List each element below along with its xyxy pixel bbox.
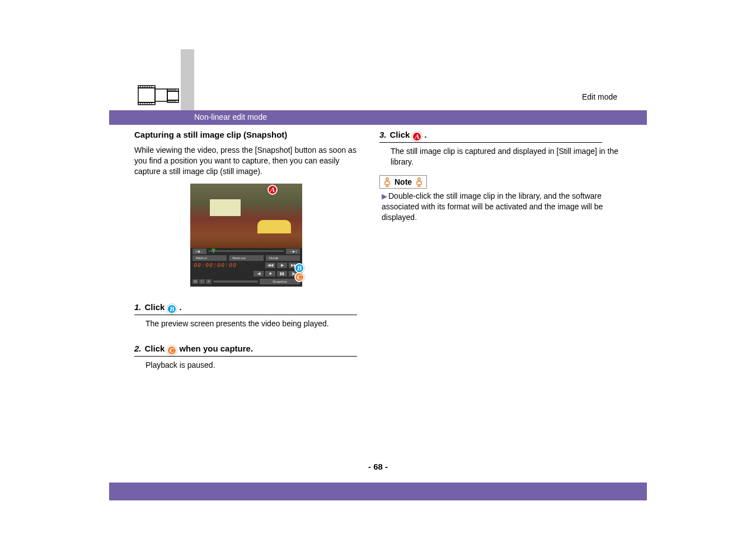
svg-rect-30 xyxy=(385,181,389,185)
play-button: ▶ xyxy=(277,263,287,268)
svg-rect-34 xyxy=(417,181,421,185)
marker-a-inline-icon: A xyxy=(412,132,422,142)
step-1-label-pre: Click xyxy=(145,302,165,312)
intro-text: While viewing the video, press the [Snap… xyxy=(134,145,358,177)
snapshot-button: Snapshot xyxy=(260,279,300,284)
mode-label: Edit mode xyxy=(582,92,617,101)
step-3-number: 3. xyxy=(379,130,387,139)
header-band: Non-linear edit mode xyxy=(109,110,647,125)
mark-in-button: Mark-in xyxy=(192,255,227,261)
right-column: 3. Click A . The still image clip is cap… xyxy=(379,130,621,222)
camera-right-icon xyxy=(415,177,423,187)
step-2: 2. Click C when you capture. Playback is… xyxy=(134,344,358,371)
page-number: - 68 - xyxy=(0,462,756,471)
seek-start-button: |◀— xyxy=(192,249,206,254)
step-1-number: 1. xyxy=(134,302,142,312)
svg-rect-15 xyxy=(155,89,167,101)
marker-b-inline-icon: B xyxy=(167,304,177,314)
zoom-reset-button: ⟳ xyxy=(192,279,198,284)
svg-point-29 xyxy=(386,178,388,180)
preview-image xyxy=(190,184,302,248)
step-2-desc: Playback is paused. xyxy=(134,360,358,371)
svg-point-33 xyxy=(418,178,420,180)
stop-button: ■ xyxy=(265,271,275,277)
pause-button: ▮▮ xyxy=(277,271,287,277)
step-2-number: 2. xyxy=(134,344,142,353)
note-text-content: Double-click the still image clip in the… xyxy=(382,191,603,222)
section-title: Capturing a still image clip (Snapshot) xyxy=(134,130,358,139)
step-3: 3. Click A . The still image clip is cap… xyxy=(379,130,621,167)
seek-slider xyxy=(209,250,284,252)
step-3-label-post: . xyxy=(424,130,426,139)
marker-c-inline-icon: C xyxy=(167,345,177,355)
step-3-desc: The still image clip is captured and dis… xyxy=(379,146,621,167)
mark-out-button: Mark-out xyxy=(229,255,263,261)
preview-panel: |◀— —▶| Mark-in Mark-out Divide 00:00:00… xyxy=(190,184,302,287)
svg-rect-0 xyxy=(138,88,155,102)
slider-thumb xyxy=(212,249,215,254)
divide-button: Divide xyxy=(266,255,300,261)
note-arrow-icon: ▶ xyxy=(382,192,387,200)
footer-band xyxy=(109,483,647,500)
top-accent-block xyxy=(181,49,194,110)
back-button: ◀ xyxy=(253,271,264,277)
header-band-label: Non-linear edit mode xyxy=(194,113,267,121)
step-2-label-post: when you capture. xyxy=(179,344,253,353)
marker-c-icon: C xyxy=(294,272,304,282)
seek-end-button: —▶| xyxy=(286,249,300,254)
step-1: 1. Click B . The preview screen presents… xyxy=(134,302,358,329)
filmstrip-icon xyxy=(138,78,179,111)
left-column: Capturing a still image clip (Snapshot) … xyxy=(134,130,358,370)
step-3-label-pre: Click xyxy=(390,130,410,139)
camera-left-icon xyxy=(383,177,391,187)
zoom-out-button: − xyxy=(199,279,205,284)
step-1-desc: The preview screen presents the video be… xyxy=(134,318,358,329)
note-label: Note xyxy=(395,177,412,186)
note-text: ▶Double-click the still image clip in th… xyxy=(379,191,621,223)
step-2-label-pre: Click xyxy=(145,344,165,353)
step-1-label-post: . xyxy=(179,302,181,312)
rewind-button: ◀◀ xyxy=(265,263,275,268)
preview-controls: |◀— —▶| Mark-in Mark-out Divide 00:00:00… xyxy=(190,248,302,287)
zoom-in-button: + xyxy=(206,279,212,284)
timecode-display: 00:00:00:00 xyxy=(190,261,240,270)
zoom-bar xyxy=(213,280,258,283)
marker-a-icon: A xyxy=(267,185,278,195)
svg-rect-16 xyxy=(167,91,179,100)
marker-b-icon: B xyxy=(294,263,304,273)
note-box: Note xyxy=(379,175,427,189)
